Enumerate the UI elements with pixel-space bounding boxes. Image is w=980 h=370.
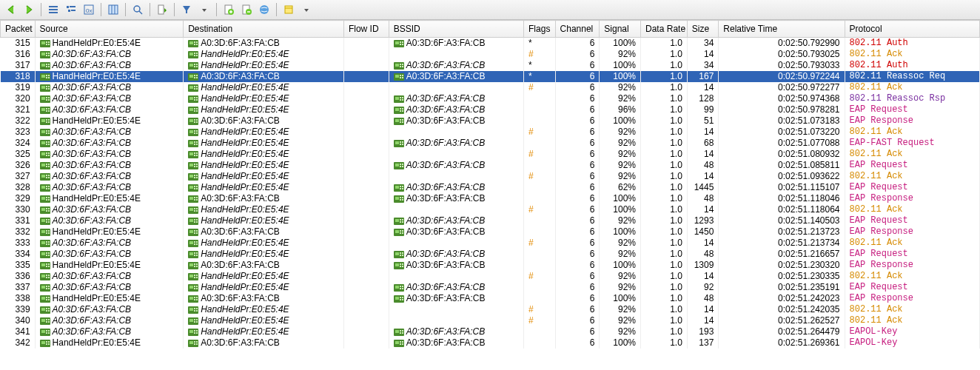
col-flags[interactable]: Flags [524, 21, 556, 38]
cell-channel: 6 [555, 282, 600, 293]
nav-forward-button[interactable] [21, 1, 37, 18]
table-row[interactable]: 317A0:3D:6F:A3:FA:CBHandHeldPr:E0:E5:4EA… [1, 60, 980, 71]
nav-back-button[interactable] [3, 1, 19, 18]
svg-rect-258 [402, 197, 403, 198]
insert-button[interactable] [221, 1, 237, 18]
cell-destination: HandHeldPr:E0:E5:4E [184, 160, 344, 171]
cell-flowid [343, 337, 389, 349]
cell-packet: 330 [1, 204, 36, 215]
table-row[interactable]: 324A0:3D:6F:A3:FA:CBHandHeldPr:E0:E5:4EA… [1, 138, 980, 149]
header-row[interactable]: Packet Source Destination Flow ID BSSID … [1, 21, 980, 38]
table-row[interactable]: 328A0:3D:6F:A3:FA:CBHandHeldPr:E0:E5:4EA… [1, 182, 980, 193]
cell-signal: 100% [600, 193, 641, 204]
svg-rect-278 [48, 221, 50, 223]
table-row[interactable]: 326A0:3D:6F:A3:FA:CBHandHeldPr:E0:E5:4EA… [1, 160, 980, 171]
cell-signal: 92% [600, 249, 641, 260]
table-row[interactable]: 331A0:3D:6F:A3:FA:CBHandHeldPr:E0:E5:4EA… [1, 215, 980, 226]
table-row[interactable]: 329HandHeldPr:E0:E5:4EA0:3D:6F:A3:FA:CBA… [1, 193, 980, 204]
svg-rect-348 [196, 263, 198, 265]
view-flat-button[interactable] [45, 1, 61, 18]
cell-signal: 92% [600, 149, 641, 160]
svg-rect-142 [189, 119, 193, 122]
cell-time: 0:02:51.213723 [719, 226, 845, 238]
col-datarate[interactable]: Data Rate [641, 21, 688, 38]
col-protocol[interactable]: Protocol [845, 21, 979, 38]
table-row[interactable]: 336A0:3D:6F:A3:FA:CBHandHeldPr:E0:E5:4E#… [1, 271, 980, 282]
svg-rect-91 [46, 88, 47, 90]
cell-channel: 6 [555, 93, 600, 104]
col-packet[interactable]: Packet [1, 21, 36, 38]
note-dropdown-button[interactable] [298, 1, 315, 18]
table-row[interactable]: 321A0:3D:6F:A3:FA:CBHandHeldPr:E0:E5:4EA… [1, 104, 980, 115]
svg-rect-122 [48, 110, 50, 112]
cell-packet: 326 [1, 160, 36, 171]
table-row[interactable]: 327A0:3D:6F:A3:FA:CBHandHeldPr:E0:E5:4E#… [1, 171, 980, 182]
svg-rect-424 [189, 319, 193, 322]
table-row[interactable]: 335HandHeldPr:E0:E5:4EA0:3D:6F:A3:FA:CBA… [1, 260, 980, 271]
table-row[interactable]: 338HandHeldPr:E0:E5:4EA0:3D:6F:A3:FA:CBA… [1, 293, 980, 304]
cell-flags: * [524, 38, 556, 50]
table-row[interactable]: 340A0:3D:6F:A3:FA:CBHandHeldPr:E0:E5:4E#… [1, 315, 980, 326]
svg-rect-55 [46, 66, 47, 67]
col-flowid[interactable]: Flow ID [343, 21, 389, 38]
filter-button[interactable] [178, 1, 195, 18]
svg-rect-364 [189, 275, 193, 278]
table-row[interactable]: 320A0:3D:6F:A3:FA:CBHandHeldPr:E0:E5:4EA… [1, 93, 980, 104]
table-row[interactable]: 339A0:3D:6F:A3:FA:CBHandHeldPr:E0:E5:4E#… [1, 304, 980, 315]
svg-rect-124 [189, 108, 193, 111]
cell-bssid: A0:3D:6F:A3:FA:CB [389, 104, 523, 115]
svg-rect-425 [194, 319, 195, 320]
svg-rect-353 [400, 263, 401, 265]
columns-button[interactable] [105, 1, 121, 18]
cell-size: 1293 [687, 215, 719, 226]
col-source[interactable]: Source [35, 21, 184, 38]
svg-rect-275 [46, 219, 47, 221]
cell-source: HandHeldPr:E0:E5:4E [35, 115, 184, 127]
node-icon [394, 329, 404, 336]
cell-flowid [343, 260, 389, 271]
remove-button[interactable] [238, 1, 255, 18]
table-row[interactable]: 337A0:3D:6F:A3:FA:CBHandHeldPr:E0:E5:4EA… [1, 282, 980, 293]
table-row[interactable]: 315HandHeldPr:E0:E5:4EA0:3D:6F:A3:FA:CBA… [1, 38, 980, 50]
table-row[interactable]: 342HandHeldPr:E0:E5:4EA0:3D:6F:A3:FA:CBA… [1, 337, 980, 349]
svg-rect-256 [395, 197, 399, 200]
cell-source: A0:3D:6F:A3:FA:CB [35, 49, 184, 60]
zoom-button[interactable] [130, 1, 146, 18]
svg-rect-420 [48, 319, 50, 320]
cell-channel: 6 [555, 182, 600, 193]
table-row[interactable]: 334A0:3D:6F:A3:FA:CBHandHeldPr:E0:E5:4EA… [1, 249, 980, 260]
packet-table[interactable]: Packet Source Destination Flow ID BSSID … [0, 20, 980, 349]
view-hex-button[interactable]: 0x [81, 1, 97, 18]
resolve-button[interactable] [256, 1, 272, 18]
col-destination[interactable]: Destination [184, 21, 344, 38]
cell-channel: 6 [555, 82, 600, 93]
col-channel[interactable]: Channel [555, 21, 600, 38]
cell-rate: 1.0 [641, 49, 688, 60]
table-row[interactable]: 322HandHeldPr:E0:E5:4EA0:3D:6F:A3:FA:CBA… [1, 115, 980, 127]
svg-rect-94 [189, 86, 193, 89]
svg-rect-269 [194, 208, 195, 209]
table-row[interactable]: 333A0:3D:6F:A3:FA:CBHandHeldPr:E0:E5:4E#… [1, 238, 980, 249]
table-row[interactable]: 318HandHeldPr:E0:E5:4EA0:3D:6F:A3:FA:CBA… [1, 71, 980, 82]
node-icon [40, 129, 50, 136]
col-reltime[interactable]: Relative Time [719, 21, 845, 38]
cell-flowid [343, 326, 389, 337]
filter-dropdown-button[interactable] [196, 1, 212, 18]
table-row[interactable]: 323A0:3D:6F:A3:FA:CBHandHeldPr:E0:E5:4E#… [1, 127, 980, 138]
col-size[interactable]: Size [687, 21, 719, 38]
col-signal[interactable]: Signal [600, 21, 641, 38]
table-row[interactable]: 330A0:3D:6F:A3:FA:CBHandHeldPr:E0:E5:4E#… [1, 204, 980, 215]
table-row[interactable]: 332HandHeldPr:E0:E5:4EA0:3D:6F:A3:FA:CBA… [1, 226, 980, 238]
col-bssid[interactable]: BSSID [389, 21, 523, 38]
table-row[interactable]: 319A0:3D:6F:A3:FA:CBHandHeldPr:E0:E5:4E#… [1, 82, 980, 93]
table-row[interactable]: 316A0:3D:6F:A3:FA:CBHandHeldPr:E0:E5:4E#… [1, 49, 980, 60]
view-hier-button[interactable] [63, 1, 79, 18]
note-button[interactable] [281, 1, 297, 18]
svg-rect-264 [48, 208, 50, 209]
svg-rect-334 [395, 252, 399, 255]
table-row[interactable]: 325A0:3D:6F:A3:FA:CBHandHeldPr:E0:E5:4E#… [1, 149, 980, 160]
table-row[interactable]: 341A0:3D:6F:A3:FA:CBHandHeldPr:E0:E5:4EA… [1, 326, 980, 337]
cell-packet: 316 [1, 49, 36, 60]
autoscroll-button[interactable] [154, 1, 170, 18]
node-icon [40, 195, 50, 203]
